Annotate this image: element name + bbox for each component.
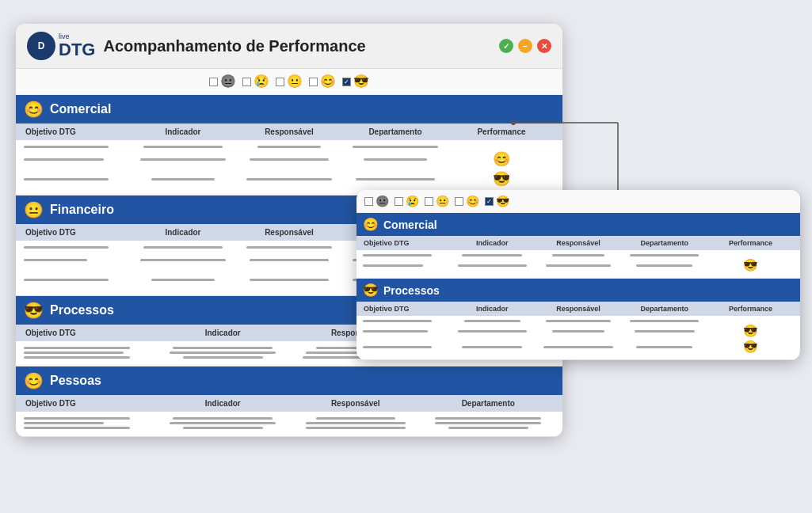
table-cell	[24, 279, 130, 281]
table-cell	[24, 158, 130, 161]
table-cell	[536, 330, 622, 332]
filter-gray[interactable]: 😐	[209, 75, 236, 88]
maximize-button[interactable]: ✓	[499, 39, 513, 53]
table-cell	[449, 264, 536, 267]
sub-processos-title: Processos	[383, 284, 440, 297]
filter-green-emoji: 😊	[320, 75, 336, 88]
filter-yellow[interactable]: 😐	[276, 75, 303, 88]
col-responsavel: Responsável	[236, 226, 342, 238]
filter-yellow-checkbox[interactable]	[276, 78, 284, 86]
table-cell	[621, 330, 707, 332]
sub-col-departamento: Departamento	[621, 304, 707, 314]
filter-gray-checkbox[interactable]	[209, 78, 218, 86]
table-cell	[157, 352, 290, 354]
filter-blue[interactable]: ✓ 😎	[342, 75, 369, 88]
table-cell	[536, 320, 622, 322]
sub-filter-gray[interactable]: 😐	[364, 196, 389, 207]
comercial-rows: 😊 😎	[16, 140, 562, 195]
filter-bar: 😐 😢 😐 😊 ✓ 😎	[16, 69, 562, 95]
sub-filter-blue-emoji: 😎	[496, 196, 509, 207]
table-cell	[130, 279, 236, 281]
table-row: 😎	[24, 170, 555, 188]
sub-filter-blue[interactable]: ✓ 😎	[485, 196, 509, 207]
table-cell	[363, 346, 449, 348]
filter-gray-emoji: 😐	[220, 75, 236, 88]
table-cell	[621, 346, 707, 348]
col-responsavel: Responsável	[236, 126, 342, 138]
table-cell	[130, 246, 236, 249]
table-row	[24, 146, 555, 148]
table-cell	[621, 264, 707, 267]
table-row: 😎	[363, 258, 794, 272]
sub-filter-red-emoji: 😢	[406, 196, 419, 207]
section-header-pessoas: 😊 Pessoas	[16, 367, 562, 395]
sub-filter-green-checkbox[interactable]	[455, 197, 463, 206]
sub-comercial-title: Comercial	[383, 218, 437, 231]
table-cell	[157, 427, 290, 429]
table-cell	[536, 346, 622, 348]
financeiro-title: Financeiro	[50, 203, 114, 217]
sub-filter-red-checkbox[interactable]	[395, 197, 403, 206]
sub-filter-yellow-emoji: 😐	[436, 196, 449, 207]
table-row	[363, 254, 794, 256]
filter-green[interactable]: 😊	[309, 75, 336, 88]
table-cell	[342, 146, 448, 148]
sub-col-objetivo: Objetivo DTG	[363, 238, 449, 248]
sub-window: 😐 😢 😐 😊 ✓ 😎 😊 Comercial Objetivo DTG	[356, 190, 800, 360]
sub-filter-bar: 😐 😢 😐 😊 ✓ 😎	[356, 190, 800, 213]
minimize-button[interactable]: −	[518, 39, 532, 53]
table-cell	[236, 146, 342, 148]
section-header-comercial: 😊 Comercial	[16, 95, 562, 124]
table-cell	[449, 346, 536, 348]
filter-blue-checkbox[interactable]: ✓	[342, 78, 351, 86]
table-cell	[449, 320, 536, 322]
svg-text:D: D	[38, 40, 45, 51]
table-cell	[24, 427, 157, 429]
sub-filter-yellow-checkbox[interactable]	[425, 197, 433, 206]
table-cell	[24, 347, 157, 349]
sub-filter-gray-checkbox[interactable]	[364, 197, 373, 206]
perf-emoji-blue: 😎	[493, 170, 510, 188]
col-indicador: Indicador	[130, 126, 236, 138]
table-cell	[363, 254, 449, 256]
sub-filter-blue-checkbox[interactable]: ✓	[485, 197, 494, 206]
sub-filter-yellow[interactable]: 😐	[425, 196, 449, 207]
filter-red[interactable]: 😢	[242, 75, 269, 88]
sub-col-performance: Performance	[707, 304, 794, 314]
table-cell	[289, 422, 422, 424]
pessoas-rows	[16, 412, 562, 436]
sub-filter-red[interactable]: 😢	[395, 196, 419, 207]
table-cell	[289, 417, 422, 420]
table-cell	[157, 356, 290, 359]
processos-title: Processos	[50, 303, 114, 317]
processos-emoji: 😎	[24, 301, 44, 320]
table-row: 😊	[24, 150, 555, 168]
pessoas-emoji: 😊	[24, 371, 44, 390]
sub-comercial-header: Objetivo DTG Indicador Responsável Depar…	[356, 236, 800, 250]
col-objetivo: Objetivo DTG	[24, 397, 157, 409]
table-cell	[236, 279, 342, 281]
filter-red-checkbox[interactable]	[242, 78, 251, 86]
perf-emoji-blue-2: 😎	[743, 340, 758, 354]
table-cell	[422, 427, 555, 429]
pessoas-title: Pessoas	[50, 374, 101, 388]
sub-filter-green[interactable]: 😊	[455, 196, 479, 207]
sub-section-processos: 😎 Processos Objetivo DTG Indicador Respo…	[356, 279, 800, 360]
logo: D live DTG	[27, 32, 95, 60]
sub-col-objetivo: Objetivo DTG	[363, 304, 449, 314]
table-cell	[422, 422, 555, 424]
table-cell	[536, 254, 622, 256]
filter-green-checkbox[interactable]	[309, 78, 318, 86]
sub-section-header-comercial: 😊 Comercial	[356, 213, 800, 236]
sub-comercial-emoji: 😊	[363, 217, 379, 232]
sub-section-header-processos: 😎 Processos	[356, 279, 800, 302]
col-performance: Performance	[448, 126, 555, 138]
col-objetivo: Objetivo DTG	[24, 327, 157, 339]
table-cell	[24, 356, 157, 359]
close-button[interactable]: ✕	[537, 39, 551, 53]
sub-filter-gray-emoji: 😐	[376, 196, 389, 207]
table-cell	[157, 347, 290, 349]
table-cell	[449, 254, 536, 256]
table-cell	[621, 254, 707, 256]
comercial-table-header: Objetivo DTG Indicador Responsável Depar…	[16, 124, 562, 140]
